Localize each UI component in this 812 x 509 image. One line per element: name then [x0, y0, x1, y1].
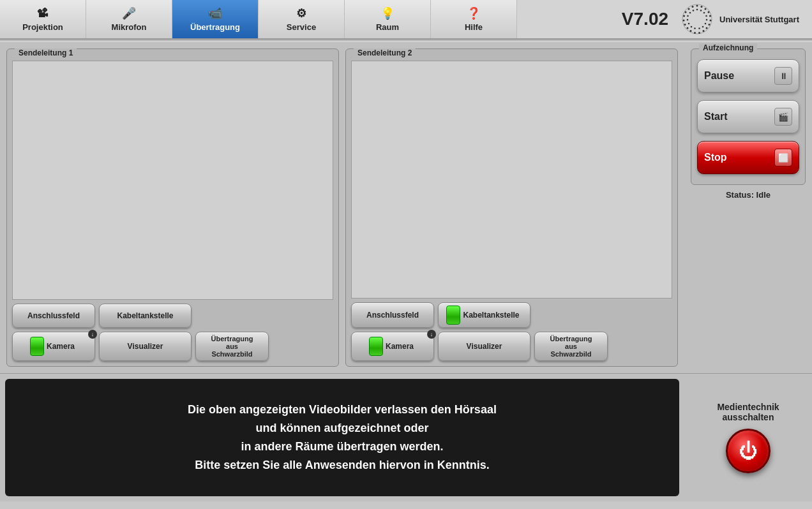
sendeleitung-2-video [351, 61, 672, 299]
sendeleitung-2-button-row-2: Kamera ↓ Visualizer ÜbertragungausSchwar… [351, 332, 672, 361]
stop-button[interactable]: Stop ⬜ [697, 141, 799, 174]
svg-point-31 [687, 19, 689, 21]
svg-point-25 [705, 23, 707, 25]
sendeleitung-1-legend: Sendeleitung 1 [15, 48, 77, 57]
power-icon: ⏻ [739, 440, 758, 462]
status-text: Status: Idle [691, 190, 806, 200]
tab-hilfe-label: Hilfe [465, 22, 483, 32]
stop-label: Stop [704, 152, 727, 163]
tab-raum[interactable]: 💡 Raum [345, 0, 431, 38]
s1-uebertragung-label: ÜbertragungausSchwarzbild [211, 335, 253, 358]
svg-point-13 [687, 27, 689, 29]
s2-kamera-button[interactable]: Kamera ↓ [351, 332, 434, 361]
tab-service[interactable]: ⚙ Service [259, 0, 345, 38]
pause-button[interactable]: Pause ⏸ [697, 59, 799, 92]
svg-point-7 [709, 24, 710, 26]
svg-point-23 [705, 15, 707, 17]
svg-point-3 [705, 8, 707, 10]
raum-icon: 💡 [380, 6, 395, 20]
svg-point-18 [688, 8, 690, 10]
s2-visualizer-button[interactable]: Visualizer [438, 332, 530, 361]
svg-point-16 [683, 15, 685, 17]
svg-point-4 [708, 11, 710, 13]
s1-kamera-badge: ↓ [88, 330, 97, 339]
s1-anschlussfeld-button[interactable]: Anschlussfeld [12, 304, 95, 328]
power-off-button[interactable]: ⏻ [726, 429, 771, 473]
pause-label: Pause [704, 70, 734, 82]
s2-kamera-badge: ↓ [427, 330, 436, 339]
s2-uebertragung-button[interactable]: ÜbertragungausSchwarzbild [534, 332, 608, 361]
info-text-panel: Die oben angezeigten Videobilder verlass… [5, 379, 679, 496]
hilfe-icon: ❓ [467, 6, 481, 20]
svg-point-27 [698, 27, 700, 29]
svg-point-11 [694, 32, 696, 34]
s2-anschlussfeld-button[interactable]: Anschlussfeld [351, 302, 434, 328]
uebertragung-icon: 📹 [208, 6, 222, 20]
s1-kamera-label: Kamera [47, 342, 75, 351]
svg-point-33 [689, 12, 691, 14]
svg-point-30 [688, 23, 690, 25]
s2-kabeltankstelle-button[interactable]: Kabeltankstelle [438, 302, 530, 328]
power-label: Medientechnikausschalten [717, 402, 779, 422]
power-panel: Medientechnikausschalten ⏻ [684, 374, 812, 501]
svg-point-28 [694, 27, 696, 29]
sendeleitung-container: Sendeleitung 1 Anschlussfeld Kabeltankst… [0, 42, 684, 373]
tab-projektion-label: Projektion [22, 22, 63, 32]
sendeleitung-1-button-row-1: Anschlussfeld Kabeltankstelle [12, 304, 333, 328]
svg-point-8 [706, 27, 708, 29]
s1-uebertragung-button[interactable]: ÜbertragungausSchwarzbild [195, 332, 269, 361]
s1-kamera-green-indicator [30, 337, 44, 356]
university-name: Universität Stuttgart [719, 15, 799, 24]
svg-point-19 [692, 6, 694, 8]
s1-kamera-button[interactable]: Kamera ↓ [12, 332, 95, 361]
tab-raum-label: Raum [376, 22, 399, 32]
start-icon: 🎬 [774, 108, 792, 126]
s1-visualizer-button[interactable]: Visualizer [99, 332, 192, 361]
version-label: V7.02 [622, 9, 668, 29]
projektion-icon: 📽 [37, 7, 49, 20]
sendeleitung-2-panel: Sendeleitung 2 Anschlussfeld Kabeltankst… [345, 48, 678, 367]
mikrofon-icon: 🎤 [122, 6, 136, 20]
svg-point-9 [703, 30, 705, 32]
s2-kamera-label: Kamera [386, 342, 414, 351]
svg-point-20 [696, 9, 698, 11]
sendeleitung-1-button-row-2: Kamera ↓ Visualizer ÜbertragungausSchwar… [12, 332, 333, 361]
sendeleitung-2-button-row-1: Anschlussfeld Kabeltankstelle [351, 302, 672, 328]
svg-point-17 [685, 11, 687, 13]
svg-point-2 [701, 6, 703, 8]
sendeleitung-1-video [12, 61, 333, 300]
university-logo-area: Universität Stuttgart [681, 3, 799, 35]
svg-point-10 [698, 32, 700, 34]
header-right: V7.02 [517, 0, 812, 38]
tab-hilfe[interactable]: ❓ Hilfe [431, 0, 517, 38]
s2-kabeltankstelle-label: Kabeltankstelle [463, 311, 519, 320]
info-text: Die oben angezeigten Videobilder verlass… [188, 401, 497, 474]
tab-projektion[interactable]: 📽 Projektion [0, 0, 86, 38]
tab-mikrofon-label: Mikrofon [112, 22, 147, 32]
aufzeichnung-box: Aufzeichnung Pause ⏸ Start 🎬 Stop ⬜ [691, 48, 806, 185]
svg-point-21 [700, 10, 702, 11]
start-button[interactable]: Start 🎬 [697, 100, 799, 133]
service-icon: ⚙ [296, 6, 306, 20]
sendeleitung-2-legend: Sendeleitung 2 [354, 48, 416, 57]
aufzeichnung-legend: Aufzeichnung [699, 43, 757, 52]
svg-point-15 [683, 20, 685, 22]
bottom-info-area: Die oben angezeigten Videobilder verlass… [0, 374, 812, 501]
sendeleitung-1-panel: Sendeleitung 1 Anschlussfeld Kabeltankst… [6, 48, 339, 367]
svg-point-34 [693, 10, 695, 11]
top-navigation: 📽 Projektion 🎤 Mikrofon 📹 Übertragung ⚙ … [0, 0, 812, 40]
svg-point-29 [691, 26, 693, 28]
svg-point-12 [690, 30, 692, 32]
stop-icon: ⬜ [774, 149, 792, 166]
s2-uebertragung-label: ÜbertragungausSchwarzbild [550, 335, 592, 358]
s1-kabeltankstelle-button[interactable]: Kabeltankstelle [99, 304, 192, 328]
svg-point-32 [687, 15, 689, 17]
tab-mikrofon[interactable]: 🎤 Mikrofon [86, 0, 172, 38]
svg-point-26 [702, 26, 704, 28]
svg-point-1 [696, 5, 698, 7]
pause-icon: ⏸ [774, 67, 792, 85]
tab-uebertragung[interactable]: 📹 Übertragung [172, 0, 259, 38]
svg-point-22 [703, 12, 705, 14]
s2-kamera-green-indicator [369, 337, 383, 356]
svg-point-14 [684, 24, 686, 26]
